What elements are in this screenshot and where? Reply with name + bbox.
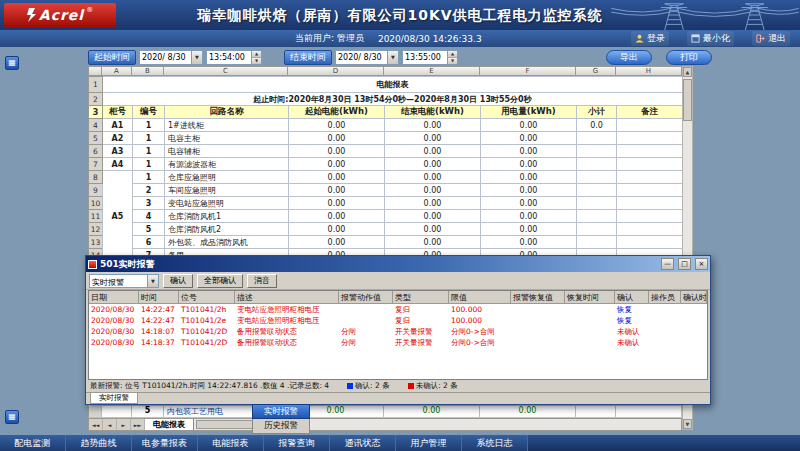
- spinner-up-icon[interactable]: ▲: [448, 51, 457, 58]
- alarm-col-recover-time: 恢复时间: [565, 291, 615, 304]
- spinner-up-icon[interactable]: ▲: [252, 51, 261, 58]
- nav-item-user-mgmt[interactable]: 用户管理: [396, 435, 462, 451]
- app-shortcut-icon[interactable]: ▦: [5, 410, 19, 424]
- energy-report-table: 1 电能报表 2 起止时间:2020年8月30日 13时54分0秒—2020年8…: [88, 76, 683, 262]
- end-time-spinner[interactable]: 13:55:00 ▲▼: [402, 50, 458, 65]
- confirm-button[interactable]: 确认: [163, 274, 193, 288]
- minimize-button[interactable]: 最小化: [687, 31, 734, 46]
- time-spinner-buttons[interactable]: ▲▼: [251, 51, 261, 64]
- menu-item-history-alarm[interactable]: 历史报警: [252, 419, 310, 434]
- table-row-title: 1 电能报表: [89, 77, 683, 93]
- unconfirmed-legend-icon: [408, 383, 414, 389]
- alarm-limit: 分闸0->合闸: [449, 337, 511, 348]
- alarm-operator: [649, 304, 681, 315]
- exit-button[interactable]: 退出: [752, 31, 790, 46]
- logo-registered-mark: ®: [86, 6, 93, 14]
- dialog-close-button[interactable]: ×: [695, 258, 708, 270]
- scrollbar-thumb[interactable]: [683, 79, 692, 121]
- start-time-button[interactable]: 起始时间: [88, 50, 136, 65]
- nav-item-param-report[interactable]: 电参量报表: [132, 435, 198, 451]
- tab-prev-icon[interactable]: ◄: [103, 419, 117, 430]
- cell-usage: 0.00: [481, 210, 577, 223]
- alarm-tag: T101041/2e: [179, 315, 235, 326]
- alarm-limit: 100.000: [449, 315, 511, 326]
- time-spinner-buttons[interactable]: ▲▼: [447, 51, 457, 64]
- column-letter-header: A B C D E F G H: [88, 66, 682, 76]
- app-shortcut-icon[interactable]: ▦: [5, 56, 19, 70]
- alarm-dialog-titlebar[interactable]: 501实时报警 — □ ×: [86, 256, 710, 272]
- chevron-down-icon[interactable]: ▼: [147, 275, 158, 287]
- alarm-row[interactable]: 2020/08/30 14:22:47 T101041/2e 变电站应急照明柜相…: [89, 315, 707, 326]
- alarm-recover-value: [511, 315, 565, 326]
- chevron-down-icon[interactable]: ▼: [387, 51, 398, 64]
- logo-text: Acrel: [39, 7, 84, 23]
- cell-usage: 0.00: [481, 184, 577, 197]
- alarm-row[interactable]: 2020/08/30 14:18:37 T101041/2D 备用报警联动状态 …: [89, 337, 707, 348]
- confirm-all-button[interactable]: 全部确认: [197, 274, 243, 288]
- menu-item-realtime-alarm[interactable]: 实时报警: [252, 404, 310, 419]
- cell-note: [617, 132, 683, 145]
- cell-cabinet-merged: A5: [103, 171, 133, 262]
- alarm-recover-value: [511, 326, 565, 337]
- spinner-down-icon[interactable]: ▼: [448, 58, 457, 64]
- exit-icon: [756, 34, 765, 43]
- column-letter: H: [616, 66, 682, 76]
- nav-item-system-log[interactable]: 系统日志: [462, 435, 528, 451]
- cell-end-energy: 0.00: [385, 119, 481, 132]
- cell-circuit-name: 外包装、成品消防风机: [165, 236, 289, 249]
- cell-circuit-name: 车间应急照明: [165, 184, 289, 197]
- alarm-operator: [649, 337, 681, 348]
- alarm-filter-select[interactable]: 实时报警 ▼: [89, 274, 159, 288]
- nav-item-power-monitor[interactable]: 配电监测: [0, 435, 66, 451]
- scroll-down-icon[interactable]: ▼: [683, 419, 692, 429]
- cell-no: 1: [133, 145, 165, 158]
- alarm-col-operator: 操作员: [649, 291, 681, 304]
- end-time-button[interactable]: 结束时间: [284, 50, 332, 65]
- unconfirmed-count: 未确认: 2 条: [408, 381, 458, 391]
- login-button[interactable]: 登录: [631, 31, 669, 46]
- print-button[interactable]: 打印: [666, 50, 712, 65]
- report-title: 电能报表: [103, 77, 683, 93]
- chevron-down-icon[interactable]: ▼: [191, 51, 202, 64]
- dialog-minimize-button[interactable]: —: [661, 258, 674, 270]
- mute-button[interactable]: 消音: [247, 274, 277, 288]
- current-user-label: 当前用户: 管理员: [295, 32, 364, 45]
- alarm-col-confirm: 确认: [615, 291, 649, 304]
- nav-item-energy-report[interactable]: 电能报表: [198, 435, 264, 451]
- row-number: 2: [89, 93, 103, 106]
- end-date-picker[interactable]: 2020/ 8/30 ▼: [335, 50, 399, 65]
- corner-cell: [88, 66, 102, 76]
- table-row: 7 A4 1 有源滤波器柜 0.00 0.00 0.00: [89, 158, 683, 171]
- alarm-tag: T101041/2D: [179, 326, 235, 337]
- cell-no: 1: [133, 132, 165, 145]
- tab-next-icon[interactable]: ►: [117, 419, 131, 430]
- start-time-value: 13:54:00: [207, 51, 251, 64]
- sheet-tab-energy-report[interactable]: 电能报表: [145, 419, 194, 430]
- energy-report-spreadsheet: A B C D E F G H 1 电能报表 2 起止时间:2020年8月30日…: [88, 66, 682, 262]
- nav-item-comm-status[interactable]: 通讯状态: [330, 435, 396, 451]
- scroll-up-icon[interactable]: ▲: [683, 67, 692, 77]
- alarm-limit: 分闸0->合闸: [449, 326, 511, 337]
- cell-no: 4: [133, 210, 165, 223]
- start-date-picker[interactable]: 2020/ 8/30 ▼: [139, 50, 203, 65]
- tab-first-icon[interactable]: ◄◄: [89, 419, 103, 430]
- alarm-recover-value: [511, 337, 565, 348]
- spinner-down-icon[interactable]: ▼: [252, 58, 261, 64]
- dialog-maximize-button[interactable]: □: [678, 258, 691, 270]
- alarm-recover-time: [565, 315, 615, 326]
- col-header-circuit: 回路名称: [165, 106, 289, 119]
- alarm-time: 14:18:07: [139, 326, 179, 337]
- alarm-row[interactable]: 2020/08/30 14:18:07 T101041/2D 备用报警联动状态 …: [89, 326, 707, 337]
- alarm-row[interactable]: 2020/08/30 14:22:47 T101041/2h 变电站应急照明柜相…: [89, 304, 707, 315]
- table-row: 12 5 仓库消防风机2 0.00 0.00 0.00: [89, 223, 683, 236]
- cell-circuit-name: 电容主柜: [165, 132, 289, 145]
- tab-last-icon[interactable]: ►►: [131, 419, 145, 430]
- row-number: 6: [89, 145, 103, 158]
- alarm-dialog: 501实时报警 — □ × 实时报警 ▼ 确认 全部确认 消音 日期 时间 位号…: [85, 255, 711, 405]
- nav-item-alarm-query[interactable]: 报警查询: [264, 435, 330, 451]
- cell-usage: 0.00: [481, 171, 577, 184]
- export-button[interactable]: 导出: [606, 50, 652, 65]
- nav-item-trend-curve[interactable]: 趋势曲线: [66, 435, 132, 451]
- start-time-spinner[interactable]: 13:54:00 ▲▼: [206, 50, 262, 65]
- tab-realtime-alarm[interactable]: 实时报警: [90, 393, 138, 404]
